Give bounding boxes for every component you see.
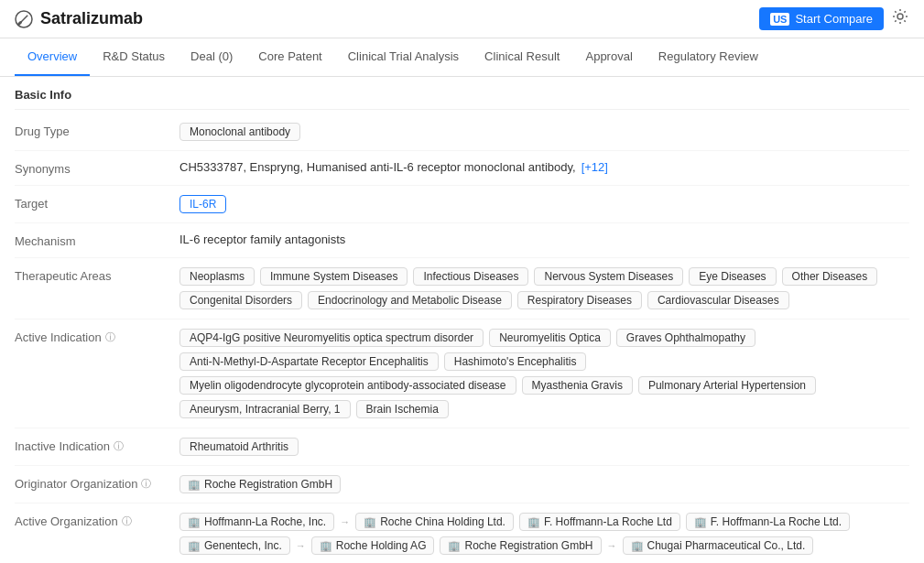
row-synonyms: Synonyms CH5333787, Enspryng, Humanised … (15, 151, 909, 186)
synonyms-text: CH5333787, Enspryng, Humanised anti-IL-6… (179, 160, 576, 174)
row-target: Target IL-6R (15, 186, 909, 223)
row-drug-type: Drug Type Monoclonal antibody (15, 114, 909, 151)
header: Satralizumab US Start Compare (0, 0, 924, 38)
info-icon-inactive-indication[interactable]: ⓘ (114, 439, 124, 453)
org-f-hoffmann-la-roche-ltd2[interactable]: 🏢 F. Hoffmann-La Roche Ltd. (686, 513, 850, 531)
tag-congenital[interactable]: Congenital Disorders (179, 291, 302, 309)
content-area: Basic Info Drug Type Monoclonal antibody… (0, 77, 924, 563)
value-drug-type: Monoclonal antibody (179, 123, 909, 141)
tag-hashimoto[interactable]: Hashimoto's Encephalitis (444, 352, 587, 371)
tab-clinical-result[interactable]: Clinical Result (472, 38, 572, 76)
arrow-1: → (340, 516, 350, 527)
tag-mog[interactable]: Myelin oligodendrocyte glycoprotein anti… (179, 376, 516, 395)
tag-cardiovascular[interactable]: Cardiovascular Diseases (647, 291, 789, 309)
value-therapeutic-areas: Neoplasms Immune System Diseases Infecti… (179, 267, 909, 309)
label-active-org: Active Organization ⓘ (15, 513, 179, 528)
value-originator-org: 🏢 Roche Registration GmbH (179, 475, 909, 493)
label-drug-type: Drug Type (15, 123, 179, 138)
label-inactive-indication: Inactive Indication ⓘ (15, 438, 179, 453)
label-target: Target (15, 195, 179, 211)
settings-button[interactable] (891, 7, 909, 30)
label-originator-org: Originator Organization ⓘ (15, 475, 179, 491)
value-mechanism: IL-6 receptor family antagonists (179, 233, 909, 246)
compare-icon: US (770, 13, 789, 26)
tag-respiratory[interactable]: Respiratory Diseases (517, 291, 642, 309)
tag-infectious[interactable]: Infectious Diseases (413, 267, 528, 286)
tag-eye-diseases[interactable]: Eye Diseases (689, 267, 776, 286)
value-synonyms: CH5333787, Enspryng, Humanised anti-IL-6… (179, 160, 909, 174)
tag-myasthenia[interactable]: Myasthenia Gravis (522, 376, 633, 395)
label-mechanism: Mechanism (15, 233, 179, 248)
row-mechanism: Mechanism IL-6 receptor family antagonis… (15, 223, 909, 258)
row-active-org: Active Organization ⓘ 🏢 Hoffmann-La Roch… (15, 503, 909, 563)
org-icon: 🏢 (188, 479, 201, 491)
logo-icon (15, 10, 33, 28)
tag-nervous-system[interactable]: Nervous System Diseases (534, 267, 683, 286)
org-roche-china[interactable]: 🏢 Roche China Holding Ltd. (355, 513, 514, 531)
value-inactive-indication: Rheumatoid Arthritis (179, 438, 909, 456)
tag-endocrinology[interactable]: Endocrinology and Metabolic Disease (308, 291, 512, 309)
tab-deal[interactable]: Deal (0) (178, 38, 245, 76)
tab-rd-status[interactable]: R&D Status (90, 38, 178, 76)
info-icon-originator[interactable]: ⓘ (141, 477, 151, 491)
section-basic-info-title: Basic Info (15, 77, 909, 110)
tag-neoplasms[interactable]: Neoplasms (179, 267, 255, 286)
tag-monoclonal-antibody: Monoclonal antibody (179, 123, 300, 141)
tab-clinical-trial[interactable]: Clinical Trial Analysis (335, 38, 472, 76)
arrow-3: → (607, 540, 617, 551)
tab-core-patent[interactable]: Core Patent (245, 38, 334, 76)
mechanism-text: IL-6 receptor family antagonists (179, 233, 345, 246)
tag-aqp4[interactable]: AQP4-IgG positive Neuromyelitis optica s… (179, 329, 484, 347)
tab-overview[interactable]: Overview (15, 38, 90, 76)
tag-pulmonary-hypertension[interactable]: Pulmonary Arterial Hypertension (638, 376, 816, 395)
tag-neuromyelitis[interactable]: Neuromyelitis Optica (489, 329, 611, 347)
org-roche-registration2[interactable]: 🏢 Roche Registration GmbH (440, 536, 601, 555)
start-compare-button[interactable]: US Start Compare (759, 7, 884, 30)
label-therapeutic-areas: Therapeutic Areas (15, 267, 179, 283)
value-target: IL-6R (179, 195, 909, 213)
tag-aneurysm[interactable]: Aneurysm, Intracranial Berry, 1 (179, 400, 351, 418)
arrow-2: → (296, 540, 306, 551)
org-f-hoffmann-la-roche-ltd[interactable]: 🏢 F. Hoffmann-La Roche Ltd (519, 513, 680, 531)
row-active-indication: Active Indication ⓘ AQP4-IgG positive Ne… (15, 319, 909, 428)
row-therapeutic-areas: Therapeutic Areas Neoplasms Immune Syste… (15, 258, 909, 319)
tag-rheumatoid[interactable]: Rheumatoid Arthritis (179, 438, 299, 456)
tag-brain-ischemia[interactable]: Brain Ischemia (356, 400, 449, 418)
label-active-indication: Active Indication ⓘ (15, 329, 179, 344)
synonyms-more-link[interactable]: [+12] (582, 160, 608, 174)
row-originator-org: Originator Organization ⓘ 🏢 Roche Regist… (15, 466, 909, 503)
org-hoffmann-la-roche-inc[interactable]: 🏢 Hoffmann-La Roche, Inc. (179, 513, 334, 531)
info-icon-active-org[interactable]: ⓘ (122, 514, 132, 528)
org-roche-registration[interactable]: 🏢 Roche Registration GmbH (179, 475, 341, 493)
label-synonyms: Synonyms (15, 160, 179, 176)
tag-immune-system[interactable]: Immune System Diseases (260, 267, 408, 286)
tab-regulatory-review[interactable]: Regulatory Review (646, 38, 771, 76)
row-inactive-indication: Inactive Indication ⓘ Rheumatoid Arthrit… (15, 428, 909, 466)
tag-graves[interactable]: Graves Ophthalmopathy (616, 329, 756, 347)
org-roche-holding[interactable]: 🏢 Roche Holding AG (311, 536, 435, 555)
tab-approval[interactable]: Approval (572, 38, 645, 76)
nav-tabs: Overview R&D Status Deal (0) Core Patent… (0, 38, 924, 77)
start-compare-label: Start Compare (795, 12, 873, 26)
svg-point-3 (897, 14, 903, 19)
value-active-indication: AQP4-IgG positive Neuromyelitis optica s… (179, 329, 909, 418)
org-chugai[interactable]: 🏢 Chugai Pharmaceutical Co., Ltd. (623, 536, 814, 555)
drug-name: Satralizumab (40, 9, 759, 28)
tag-anti-nmda[interactable]: Anti-N-Methyl-D-Aspartate Receptor Encep… (179, 352, 439, 371)
info-icon-active-indication[interactable]: ⓘ (105, 330, 115, 344)
value-active-org: 🏢 Hoffmann-La Roche, Inc. → 🏢 Roche Chin… (179, 513, 909, 555)
tag-il6r[interactable]: IL-6R (179, 195, 226, 213)
org-genentech[interactable]: 🏢 Genentech, Inc. (179, 536, 290, 555)
tag-other-diseases[interactable]: Other Diseases (782, 267, 878, 286)
